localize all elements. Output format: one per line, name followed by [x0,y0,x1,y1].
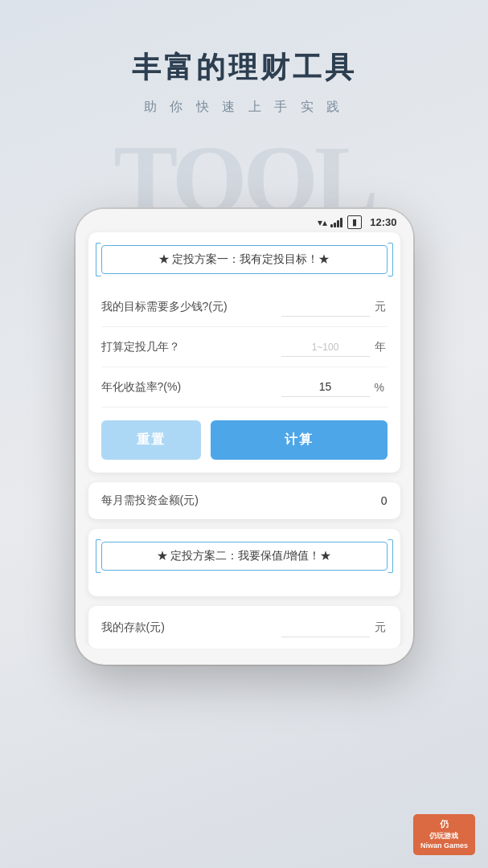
rate-input[interactable] [281,377,370,397]
years-input[interactable] [281,337,370,357]
signal-bar-2 [334,223,336,227]
status-time: 12:30 [370,216,396,228]
signal-bars [330,218,342,227]
form-row-goal: 我的目标需要多少钱?(元) 元 [101,287,388,327]
result-row: 每月需投资金额(元) 0 [88,482,400,519]
signal-bar-3 [337,220,339,227]
form-row-rate: 年化收益率?(%) % [101,367,388,407]
main-title: 丰富的理财工具 [0,48,488,88]
calc-button[interactable]: 计算 [211,420,388,460]
signal-bar-4 [340,218,342,227]
form-input-wrapper-rate: % [281,377,388,397]
goal-unit: 元 [375,300,388,314]
card2-title: ★ 定投方案二：我要保值/增值！★ [101,542,388,571]
result-value: 0 [381,494,388,507]
logo-badge: 仍 仍玩游戏 Niwan Games [413,814,475,855]
status-icons: ▾▴ ▮ [318,215,362,229]
goal-amount-input[interactable] [281,297,370,317]
form-label-rate: 年化收益率?(%) [101,380,281,395]
form-input-wrapper-goal: 元 [281,297,388,317]
phone-mockup: ▾▴ ▮ 12:30 ★ 定投方案一：我有定投目标！★ 我的目标需要多少钱?(元… [76,209,413,665]
savings-row: 我的存款(元) 元 [88,606,400,649]
status-bar: ▾▴ ▮ 12:30 [76,209,413,232]
savings-unit: 元 [375,620,388,635]
wifi-icon: ▾▴ [318,217,327,228]
savings-input[interactable] [281,617,370,637]
savings-input-wrapper: 元 [281,617,388,637]
savings-label: 我的存款(元) [101,620,281,635]
reset-button[interactable]: 重置 [101,420,201,460]
card1: ★ 定投方案一：我有定投目标！★ 我的目标需要多少钱?(元) 元 打算定投几年？… [88,232,400,473]
header-area: 丰富的理财工具 助 你 快 速 上 手 实 践 [0,48,488,116]
button-row: 重置 计算 [101,420,388,460]
form-label-goal: 我的目标需要多少钱?(元) [101,300,281,314]
form-label-years: 打算定投几年？ [101,340,281,354]
phone-screen: ▾▴ ▮ 12:30 ★ 定投方案一：我有定投目标！★ 我的目标需要多少钱?(元… [76,209,413,649]
card2: ★ 定投方案二：我要保值/增值！★ [88,529,400,596]
signal-bar-1 [330,224,333,227]
result-label: 每月需投资金额(元) [101,493,199,508]
sub-title: 助 你 快 速 上 手 实 践 [0,99,488,116]
years-unit: 年 [375,340,388,354]
form-input-wrapper-years: 年 [281,337,388,357]
battery-icon: ▮ [347,215,362,229]
card1-title: ★ 定投方案一：我有定投目标！★ [101,245,388,274]
rate-unit: % [375,381,388,394]
form-row-years: 打算定投几年？ 年 [101,327,388,367]
